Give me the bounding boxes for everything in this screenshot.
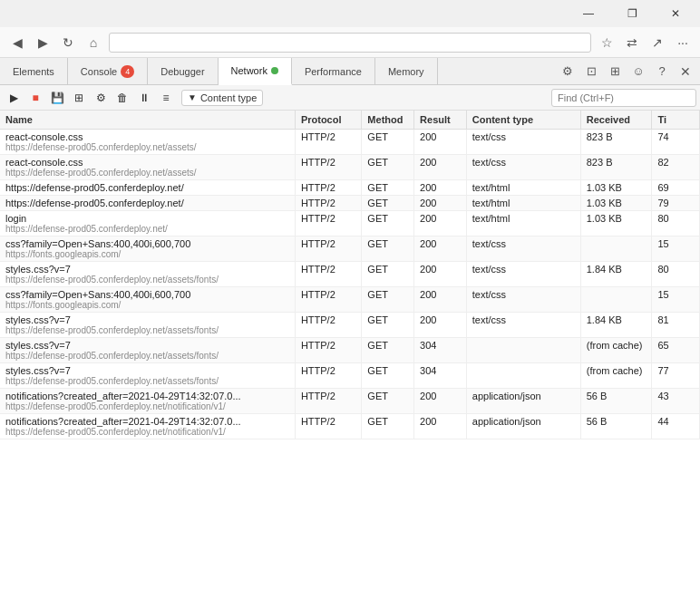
cell-result: 200 bbox=[414, 237, 467, 262]
table-row[interactable]: react-console.css https://defense-prod05… bbox=[0, 130, 700, 155]
cell-received: 1.03 KB bbox=[580, 211, 652, 237]
minimize-button[interactable]: — bbox=[568, 0, 609, 27]
smiley-icon[interactable]: ☺ bbox=[627, 61, 649, 82]
cell-protocol: HTTP/2 bbox=[295, 130, 361, 155]
col-header-name[interactable]: Name bbox=[0, 111, 295, 130]
cell-content-type bbox=[466, 363, 580, 389]
cell-time: 44 bbox=[652, 414, 700, 439]
cell-name: css?family=Open+Sans:400,400i,600,700 ht… bbox=[0, 287, 295, 313]
cell-received: 1.03 KB bbox=[580, 196, 652, 211]
play-button[interactable]: ▶ bbox=[4, 88, 24, 108]
content-type-filter[interactable]: ▼ Content type bbox=[181, 90, 263, 106]
request-url: https://fonts.googleapis.com/ bbox=[5, 300, 268, 310]
close-button[interactable]: ✕ bbox=[655, 0, 696, 27]
settings-icon[interactable]: ⚙ bbox=[557, 61, 578, 82]
col-header-method[interactable]: Method bbox=[362, 111, 414, 130]
search-input[interactable] bbox=[558, 92, 690, 103]
filter-icon-small: ▼ bbox=[188, 92, 197, 102]
table-row[interactable]: login https://defense-prod05.conferdeplo… bbox=[0, 211, 700, 237]
cell-received: 823 B bbox=[580, 130, 652, 155]
table-row[interactable]: notifications?created_after=2021-04-29T1… bbox=[0, 414, 700, 439]
cell-result: 200 bbox=[414, 262, 467, 287]
table-row[interactable]: styles.css?v=7 https://defense-prod05.co… bbox=[0, 363, 700, 389]
table-row[interactable]: react-console.css https://defense-prod05… bbox=[0, 155, 700, 180]
cell-time: 79 bbox=[652, 196, 700, 211]
tab-bar-actions: ⚙ ⊡ ⊞ ☺ ? ✕ bbox=[557, 61, 700, 82]
tab-debugger[interactable]: Debugger bbox=[148, 58, 218, 85]
cell-protocol: HTTP/2 bbox=[295, 262, 361, 287]
cell-protocol: HTTP/2 bbox=[295, 155, 361, 180]
col-header-result[interactable]: Result bbox=[414, 111, 467, 130]
cell-method: GET bbox=[362, 313, 414, 338]
table-row[interactable]: https://defense-prod05.conferdeploy.net/… bbox=[0, 196, 700, 211]
cell-name: react-console.css https://defense-prod05… bbox=[0, 130, 295, 155]
cell-content-type: text/css bbox=[466, 130, 580, 155]
request-name: styles.css?v=7 bbox=[5, 314, 289, 325]
table-row[interactable]: styles.css?v=7 https://defense-prod05.co… bbox=[0, 262, 700, 287]
restore-button[interactable]: ❐ bbox=[611, 0, 653, 27]
fullscreen-icon[interactable]: ⊞ bbox=[604, 61, 626, 82]
col-header-received[interactable]: Received bbox=[580, 111, 652, 130]
search-box[interactable] bbox=[551, 89, 696, 107]
tab-performance[interactable]: Performance bbox=[292, 58, 375, 85]
col-header-content-type[interactable]: Content type bbox=[466, 111, 580, 130]
sync-icon[interactable]: ⇄ bbox=[622, 33, 642, 53]
request-url: https://defense-prod05.conferdeploy.net/ bbox=[5, 224, 268, 234]
table-row[interactable]: notifications?created_after=2021-04-29T1… bbox=[0, 389, 700, 414]
cell-name: styles.css?v=7 https://defense-prod05.co… bbox=[0, 363, 295, 389]
cell-received bbox=[580, 237, 652, 262]
cell-protocol: HTTP/2 bbox=[295, 211, 361, 237]
devtools-close-icon[interactable]: ✕ bbox=[675, 61, 696, 82]
pause-icon[interactable]: ⏸ bbox=[134, 88, 154, 108]
table-row[interactable]: css?family=Open+Sans:400,400i,600,700 ht… bbox=[0, 287, 700, 313]
cell-name: https://defense-prod05.conferdeploy.net/ bbox=[0, 196, 295, 211]
home-icon[interactable]: ⌂ bbox=[83, 33, 103, 53]
help-icon[interactable]: ? bbox=[651, 61, 673, 82]
col-header-time[interactable]: Ti bbox=[652, 111, 700, 130]
filter-icon[interactable]: ≡ bbox=[156, 88, 176, 108]
table-row[interactable]: styles.css?v=7 https://defense-prod05.co… bbox=[0, 338, 700, 363]
cell-time: 77 bbox=[652, 363, 700, 389]
cell-name: styles.css?v=7 https://defense-prod05.co… bbox=[0, 262, 295, 287]
bookmark-icon[interactable]: ☆ bbox=[597, 33, 617, 53]
address-bar[interactable] bbox=[109, 33, 591, 53]
cell-method: GET bbox=[362, 237, 414, 262]
back-icon[interactable]: ◀ bbox=[7, 33, 27, 53]
garbage-icon[interactable]: 🗑 bbox=[112, 88, 132, 108]
cell-method: GET bbox=[362, 180, 414, 196]
tab-console[interactable]: Console 4 bbox=[68, 58, 148, 85]
cell-result: 200 bbox=[414, 211, 467, 237]
cell-received: 823 B bbox=[580, 155, 652, 180]
tab-memory[interactable]: Memory bbox=[375, 58, 438, 85]
import-button[interactable]: ⊞ bbox=[69, 88, 89, 108]
request-url: https://defense-prod05.conferdeploy.net/… bbox=[5, 275, 268, 285]
cell-content-type: text/css bbox=[466, 237, 580, 262]
stop-button[interactable]: ■ bbox=[25, 88, 45, 108]
table-row[interactable]: https://defense-prod05.conferdeploy.net/… bbox=[0, 180, 700, 196]
network-table: Name Protocol Method Result Content type… bbox=[0, 111, 700, 589]
save-button[interactable]: 💾 bbox=[47, 88, 67, 108]
cell-time: 74 bbox=[652, 130, 700, 155]
share-icon[interactable]: ↗ bbox=[647, 33, 667, 53]
browser-toolbar: ◀ ▶ ↻ ⌂ ☆ ⇄ ↗ ··· bbox=[0, 27, 700, 58]
tab-elements[interactable]: Elements bbox=[0, 58, 68, 85]
table-row[interactable]: css?family=Open+Sans:400,400i,600,700 ht… bbox=[0, 237, 700, 262]
request-url: https://fonts.googleapis.com/ bbox=[5, 249, 268, 259]
request-name: styles.css?v=7 bbox=[5, 365, 289, 376]
request-name: https://defense-prod05.conferdeploy.net/ bbox=[5, 182, 289, 193]
table-row[interactable]: styles.css?v=7 https://defense-prod05.co… bbox=[0, 313, 700, 338]
request-name: styles.css?v=7 bbox=[5, 340, 289, 351]
request-url: https://defense-prod05.conferdeploy.net/… bbox=[5, 325, 268, 335]
tab-network[interactable]: Network bbox=[219, 58, 292, 85]
cell-name: notifications?created_after=2021-04-29T1… bbox=[0, 414, 295, 439]
forward-icon[interactable]: ▶ bbox=[33, 33, 53, 53]
cell-method: GET bbox=[362, 287, 414, 313]
cell-received: 1.03 KB bbox=[580, 180, 652, 196]
cell-method: GET bbox=[362, 414, 414, 439]
more-icon[interactable]: ··· bbox=[673, 33, 693, 53]
refresh-icon[interactable]: ↻ bbox=[58, 33, 78, 53]
dock-icon[interactable]: ⊡ bbox=[580, 61, 602, 82]
request-url: https://defense-prod05.conferdeploy.net/… bbox=[5, 168, 268, 178]
col-header-protocol[interactable]: Protocol bbox=[295, 111, 361, 130]
settings2-icon[interactable]: ⚙ bbox=[91, 88, 111, 108]
